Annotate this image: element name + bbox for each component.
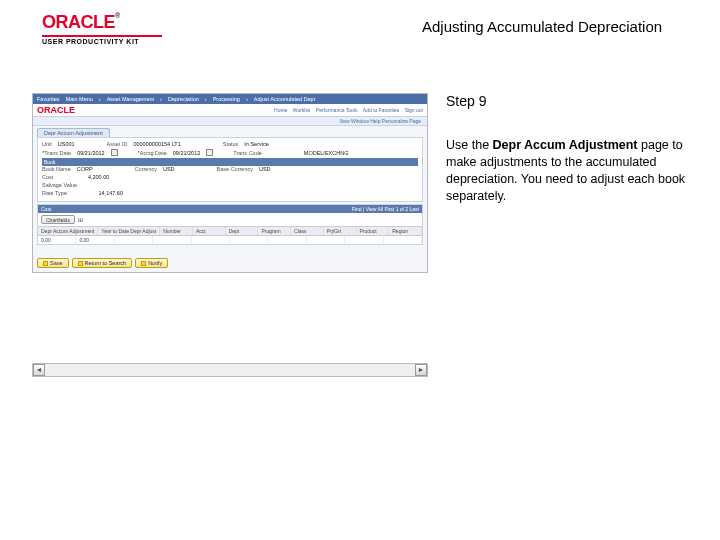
instr-bold: Depr Accum Adjustment: [493, 138, 638, 152]
table-row[interactable]: 0.00 0.00: [38, 236, 422, 244]
lbl-acctgdate: *Acctg Date: [138, 150, 167, 156]
lbl-asset: Asset ID: [107, 141, 128, 147]
return-icon: [78, 261, 83, 266]
lbl-basecurr: Base Currency: [217, 166, 253, 172]
link-home[interactable]: Home: [274, 107, 287, 113]
col-dept: Dept: [226, 227, 259, 235]
cost-block: Cost Find | View All First 1 of 2 Last C…: [37, 204, 423, 245]
lbl-bookname: Book Name: [42, 166, 71, 172]
top-links: Home Worklist Performance Tools Add to F…: [270, 107, 423, 113]
nav-asset-mgmt[interactable]: Asset Management: [107, 96, 154, 102]
cost-title: Cost: [41, 206, 51, 212]
notify-label: Notify: [148, 260, 162, 266]
instruction-text: Use the Depr Accum Adjustment page to ma…: [446, 137, 696, 205]
cell[interactable]: [345, 236, 383, 244]
cell[interactable]: [230, 236, 268, 244]
val-basecurr: USD: [259, 166, 271, 172]
lbl-transcode: Trans Code: [233, 150, 262, 156]
lbl-status: Status: [223, 141, 239, 147]
return-label: Return to Search: [85, 260, 127, 266]
chartfields-button[interactable]: Chartfields: [41, 215, 75, 224]
page-title: Adjusting Accumulated Depreciation: [162, 12, 704, 35]
save-label: Save: [50, 260, 63, 266]
cell[interactable]: 0.00: [38, 236, 76, 244]
col-prod: Product: [357, 227, 390, 235]
oracle-logo: ORACLE®: [42, 12, 162, 33]
app-screenshot: Favorites Main Menu › Asset Management ›…: [32, 93, 428, 377]
val-bookname: CORP: [77, 166, 93, 172]
book-title: Book: [44, 159, 416, 165]
val-status: In Service: [244, 141, 268, 147]
save-button[interactable]: Save: [37, 258, 69, 268]
cell[interactable]: [384, 236, 422, 244]
link-fav[interactable]: Add to Favorites: [363, 107, 399, 113]
breadcrumb: Favorites Main Menu › Asset Management ›…: [33, 94, 427, 104]
nav-adjust[interactable]: Adjust Accumulated Depr: [254, 96, 316, 102]
col-num: Number: [160, 227, 193, 235]
lbl-cost: Cost: [42, 174, 53, 180]
app-oracle-logo: ORACLE: [37, 105, 75, 115]
nav-depreciation[interactable]: Depreciation: [168, 96, 199, 102]
link-worklist[interactable]: Worklist: [293, 107, 311, 113]
upk-label: USER PRODUCTIVITY KIT: [42, 35, 162, 45]
col-class: Class: [291, 227, 324, 235]
calendar-icon[interactable]: [206, 149, 213, 156]
val-cost: 4,200.00: [59, 174, 109, 180]
cell[interactable]: [115, 236, 153, 244]
lbl-salvage: Salvage Value: [42, 182, 77, 188]
col-acct: Acct: [193, 227, 226, 235]
scroll-right-button[interactable]: ►: [415, 364, 427, 376]
cell[interactable]: [192, 236, 230, 244]
col-prj: Prj/Grt: [324, 227, 357, 235]
app-subbar[interactable]: New Window Help Personalize Page: [33, 116, 427, 126]
oracle-tm: ®: [115, 12, 120, 19]
col-depr: Depr Accum Adjustment: [38, 227, 98, 235]
notify-icon: [141, 261, 146, 266]
lbl-currency: Currency: [135, 166, 157, 172]
link-perf[interactable]: Performance Tools: [316, 107, 358, 113]
scroll-left-button[interactable]: ◄: [33, 364, 45, 376]
nav-favorites[interactable]: Favorites: [37, 96, 60, 102]
grid-header: Depr Accum Adjustment Year to Date Depr …: [38, 226, 422, 236]
val-ratetype: 14,147.60: [73, 190, 123, 196]
col-region: Region: [389, 227, 422, 235]
cell[interactable]: [307, 236, 345, 244]
col-ytd: Year to Date Depr Adjust: [98, 227, 160, 235]
form-area: Unit US001 Asset ID 000000000154 LT1 Sta…: [37, 137, 423, 202]
lbl-unit: Unit: [42, 141, 52, 147]
step-label: Step 9: [446, 93, 696, 109]
horizontal-scrollbar[interactable]: ◄ ►: [32, 363, 428, 377]
val-currency: USD: [163, 166, 175, 172]
val-unit: US001: [58, 141, 75, 147]
val-asset: 000000000154 LT1: [133, 141, 180, 147]
cost-finder[interactable]: Find | View All First 1 of 2 Last: [352, 206, 419, 212]
cell[interactable]: 0.00: [76, 236, 114, 244]
save-icon: [43, 261, 48, 266]
lbl-ratetype: Rate Type: [42, 190, 67, 196]
nav-mainmenu[interactable]: Main Menu: [66, 96, 93, 102]
calendar-icon[interactable]: [111, 149, 118, 156]
tab-depr-accum[interactable]: Depr Accum Adjustment: [37, 128, 110, 137]
logo-block: ORACLE® USER PRODUCTIVITY KIT: [42, 12, 162, 45]
expand-icon[interactable]: ⊞: [78, 216, 83, 223]
return-button[interactable]: Return to Search: [72, 258, 133, 268]
col-prog: Program: [258, 227, 291, 235]
oracle-logo-text: ORACLE: [42, 12, 115, 32]
notify-button[interactable]: Notify: [135, 258, 168, 268]
instruction-pane: Step 9 Use the Depr Accum Adjustment pag…: [446, 93, 696, 377]
app-window: Favorites Main Menu › Asset Management ›…: [32, 93, 428, 273]
book-header: Book: [42, 158, 418, 166]
nav-processing[interactable]: Processing: [213, 96, 240, 102]
lbl-transdate: *Trans Date: [42, 150, 71, 156]
cell[interactable]: [268, 236, 306, 244]
link-signout[interactable]: Sign out: [405, 107, 423, 113]
cell[interactable]: [153, 236, 191, 244]
val-transdate[interactable]: 09/21/2012: [77, 150, 105, 156]
val-rate: MODEL/EXCHNG: [304, 150, 349, 156]
val-acctgdate[interactable]: 09/21/2012: [173, 150, 201, 156]
instr-before: Use the: [446, 138, 493, 152]
